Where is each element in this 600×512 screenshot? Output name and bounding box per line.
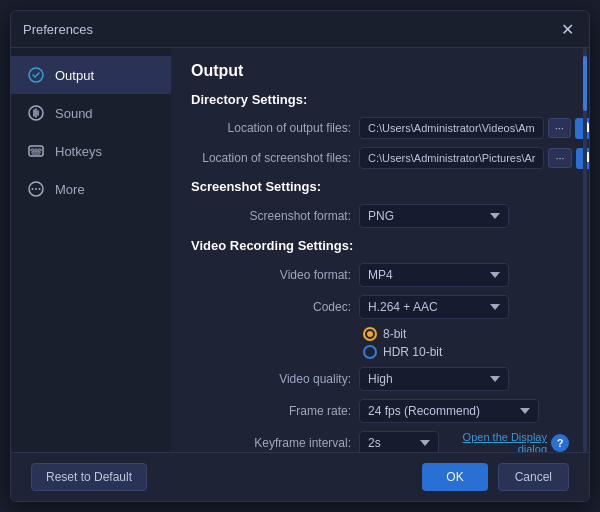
keyframe-row: Keyframe interval: 2s 1s 3s 5s Open the … <box>191 431 569 452</box>
cancel-button[interactable]: Cancel <box>498 463 569 491</box>
screenshot-files-row: Location of screenshot files: C:\Users\A… <box>191 147 569 169</box>
radio-8bit[interactable] <box>363 327 377 341</box>
screenshot-dots-button[interactable]: ··· <box>548 148 571 168</box>
framerate-select[interactable]: 24 fps (Recommend) 30 fps 60 fps <box>359 399 539 423</box>
video-section-title: Video Recording Settings: <box>191 238 569 253</box>
video-codec-value: H.264 + AAC H.265 + AAC VP9 <box>359 295 569 319</box>
sidebar: Output Sound <box>11 48 171 452</box>
sidebar-item-sound[interactable]: Sound <box>11 94 171 132</box>
output-files-row: Location of output files: C:\Users\Admin… <box>191 117 569 139</box>
sidebar-item-output[interactable]: Output <box>11 56 171 94</box>
page-title: Output <box>191 62 569 80</box>
video-codec-select[interactable]: H.264 + AAC H.265 + AAC VP9 <box>359 295 509 319</box>
framerate-label: Frame rate: <box>191 404 351 418</box>
output-path: C:\Users\Administrator\Videos\Am <box>359 117 544 139</box>
screenshot-format-row: Screenshot format: PNG JPG BMP <box>191 204 569 228</box>
screenshot-format-label: Screenshot format: <box>191 209 351 223</box>
radio-hdr[interactable] <box>363 345 377 359</box>
close-button[interactable]: ✕ <box>557 19 577 39</box>
screenshot-section-title: Screenshot Settings: <box>191 179 569 194</box>
output-files-label: Location of output files: <box>191 121 351 135</box>
video-quality-row: Video quality: High Medium Low <box>191 367 569 391</box>
main-panel-wrapper: Output Directory Settings: Location of o… <box>171 48 589 452</box>
screenshot-path: C:\Users\Administrator\Pictures\Ar <box>359 147 544 169</box>
svg-rect-3 <box>31 149 34 151</box>
video-format-label: Video format: <box>191 268 351 282</box>
svg-point-8 <box>35 188 37 190</box>
preferences-dialog: Preferences ✕ Output <box>10 10 590 502</box>
output-icon <box>27 66 45 84</box>
output-files-value: C:\Users\Administrator\Videos\Am ··· <box>359 117 589 139</box>
video-codec-label: Codec: <box>191 300 351 314</box>
sidebar-sound-label: Sound <box>55 106 93 121</box>
svg-rect-4 <box>35 149 37 151</box>
help-button[interactable]: ? <box>551 434 569 452</box>
dialog-title: Preferences <box>23 22 93 37</box>
svg-rect-5 <box>38 149 41 151</box>
video-quality-label: Video quality: <box>191 372 351 386</box>
framerate-value: 24 fps (Recommend) 30 fps 60 fps <box>359 399 569 423</box>
keyframe-label: Keyframe interval: <box>191 436 351 450</box>
dialog-content: Output Sound <box>11 48 589 452</box>
radio-8bit-row[interactable]: 8-bit <box>363 327 442 341</box>
bit-options-row: 8-bit HDR 10-bit <box>191 327 569 359</box>
sidebar-item-hotkeys[interactable]: Hotkeys <box>11 132 171 170</box>
output-dots-button[interactable]: ··· <box>548 118 571 138</box>
hotkeys-icon <box>27 142 45 160</box>
svg-point-10 <box>39 188 41 190</box>
more-icon <box>27 180 45 198</box>
sidebar-more-label: More <box>55 182 85 197</box>
video-quality-value: High Medium Low <box>359 367 569 391</box>
main-panel: Output Directory Settings: Location of o… <box>171 48 589 452</box>
directory-section-title: Directory Settings: <box>191 92 569 107</box>
video-quality-select[interactable]: High Medium Low <box>359 367 509 391</box>
framerate-row: Frame rate: 24 fps (Recommend) 30 fps 60… <box>191 399 569 423</box>
radio-hdr-row[interactable]: HDR 10-bit <box>363 345 442 359</box>
action-buttons: OK Cancel <box>422 463 569 491</box>
sound-icon <box>27 104 45 122</box>
video-format-select[interactable]: MP4 AVI MOV MKV <box>359 263 509 287</box>
radio-8bit-label: 8-bit <box>383 327 406 341</box>
open-dialog-link[interactable]: Open the Display dialog <box>443 431 547 452</box>
video-format-row: Video format: MP4 AVI MOV MKV <box>191 263 569 287</box>
scrollbar-thumb[interactable] <box>583 56 587 111</box>
bit-radio-group: 8-bit HDR 10-bit <box>363 327 442 359</box>
sidebar-item-more[interactable]: More <box>11 170 171 208</box>
sidebar-hotkeys-label: Hotkeys <box>55 144 102 159</box>
radio-hdr-label: HDR 10-bit <box>383 345 442 359</box>
title-bar: Preferences ✕ <box>11 11 589 48</box>
sidebar-output-label: Output <box>55 68 94 83</box>
screenshot-files-value: C:\Users\Administrator\Pictures\Ar ··· <box>359 147 589 169</box>
video-format-value: MP4 AVI MOV MKV <box>359 263 569 287</box>
scrollbar-track <box>583 48 587 452</box>
ok-button[interactable]: OK <box>422 463 487 491</box>
keyframe-value: 2s 1s 3s 5s Open the Display dialog ? <box>359 431 569 452</box>
svg-point-9 <box>32 188 34 190</box>
reset-button[interactable]: Reset to Default <box>31 463 147 491</box>
video-codec-row: Codec: H.264 + AAC H.265 + AAC VP9 <box>191 295 569 319</box>
screenshot-format-select[interactable]: PNG JPG BMP <box>359 204 509 228</box>
screenshot-files-label: Location of screenshot files: <box>191 151 351 165</box>
keyframe-select[interactable]: 2s 1s 3s 5s <box>359 431 439 452</box>
dialog-footer: Reset to Default OK Cancel <box>11 452 589 501</box>
svg-rect-6 <box>32 152 40 154</box>
screenshot-format-value: PNG JPG BMP <box>359 204 569 228</box>
